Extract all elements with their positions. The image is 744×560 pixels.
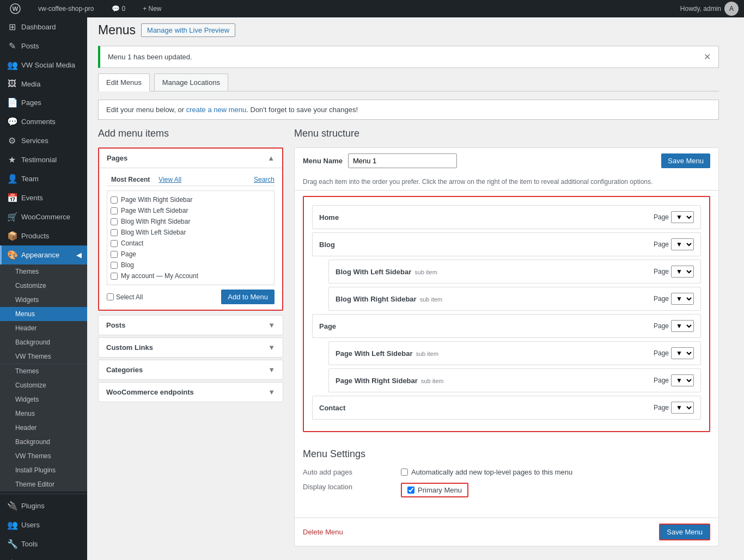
- menu-item-blog-left-type-select[interactable]: ▼: [671, 266, 694, 278]
- create-new-menu-link[interactable]: create a new menu: [186, 106, 247, 114]
- auto-add-checkbox[interactable]: [401, 469, 408, 476]
- pages-item-2[interactable]: Page With Left Sidebar: [111, 205, 271, 216]
- menu-item-blog-type-select[interactable]: ▼: [671, 238, 694, 250]
- pages-checkbox-4[interactable]: [111, 229, 118, 236]
- sidebar-item-events[interactable]: 📅 Events: [0, 188, 87, 207]
- menu-item-contact: Contact Page ▼: [312, 396, 701, 420]
- submenu-widgets2[interactable]: Widgets: [0, 392, 87, 407]
- sidebar-item-vw-social[interactable]: 👥 VW Social Media: [0, 56, 87, 75]
- menu-item-page-type-select[interactable]: ▼: [671, 320, 694, 332]
- pages-chevron-icon: ▲: [267, 154, 275, 162]
- categories-accordion-toggle[interactable]: Categories ▼: [99, 360, 283, 379]
- sidebar-item-services[interactable]: ⚙ Services: [0, 131, 87, 150]
- sidebar-item-settings[interactable]: ⚙ Settings: [0, 553, 87, 560]
- menu-item-page-right-type-select[interactable]: ▼: [671, 374, 694, 386]
- menu-name-row: Menu Name: [303, 153, 457, 168]
- auto-add-checkbox-label[interactable]: Automatically add new top-level pages to…: [401, 468, 710, 476]
- pages-tab-most-recent[interactable]: Most Recent: [107, 174, 154, 186]
- add-to-menu-button[interactable]: Add to Menu: [221, 290, 275, 304]
- submenu-themes2[interactable]: Themes: [0, 364, 87, 378]
- menu-item-blog-right-type-select[interactable]: ▼: [671, 293, 694, 305]
- sidebar-item-plugins[interactable]: 🔌 Plugins: [0, 496, 87, 515]
- sidebar-item-dashboard[interactable]: ⊞ Dashboard: [0, 17, 87, 36]
- pages-checkbox-1[interactable]: [111, 196, 118, 204]
- pages-checkbox-5[interactable]: [111, 240, 118, 247]
- sidebar-item-testimonial[interactable]: ★ Testimonial: [0, 150, 87, 169]
- wp-logo[interactable]: W: [5, 3, 25, 14]
- save-menu-button-bottom[interactable]: Save Menu: [659, 524, 710, 540]
- primary-menu-checkbox[interactable]: [407, 487, 414, 494]
- sidebar-item-comments[interactable]: 💬 Comments: [0, 112, 87, 131]
- pages-checkbox-2[interactable]: [111, 207, 118, 214]
- add-menu-items-title: Add menu items: [98, 128, 283, 139]
- products-icon: 📦: [7, 231, 17, 241]
- pages-item-4[interactable]: Blog With Left Sidebar: [111, 227, 271, 238]
- submenu-install-plugins[interactable]: Install Plugins: [0, 463, 87, 477]
- woocommerce-endpoints-toggle[interactable]: WooCommerce endpoints ▼: [99, 383, 283, 402]
- dismiss-notice-button[interactable]: ✕: [704, 52, 711, 62]
- select-all-label[interactable]: Select All: [107, 293, 143, 301]
- posts-chevron-icon: ▼: [268, 321, 275, 329]
- sidebar-item-users[interactable]: 👥 Users: [0, 515, 87, 534]
- submenu-background2[interactable]: Background: [0, 435, 87, 449]
- menu-items-list: Home Page ▼ Blog Page: [303, 196, 710, 432]
- pages-accordion-toggle[interactable]: Pages ▲: [99, 149, 282, 168]
- tab-edit-menus[interactable]: Edit Menus: [98, 73, 150, 91]
- pages-tab-view-all[interactable]: View All: [154, 174, 186, 186]
- custom-links-accordion-toggle[interactable]: Custom Links ▼: [99, 338, 283, 357]
- pages-checkbox-3[interactable]: [111, 218, 118, 225]
- avatar: A: [724, 2, 739, 16]
- woocommerce-icon: 🛒: [7, 212, 17, 222]
- menu-item-contact-type-select[interactable]: ▼: [671, 402, 694, 414]
- appearance-arrow-icon: ◀: [76, 251, 82, 259]
- select-all-checkbox[interactable]: [107, 293, 114, 300]
- sidebar-item-media[interactable]: 🖼 Media: [0, 75, 87, 93]
- submenu-themes[interactable]: Themes: [0, 264, 87, 279]
- sidebar-item-posts[interactable]: ✎ Posts: [0, 36, 87, 56]
- pages-checkbox-7[interactable]: [111, 262, 118, 269]
- submenu-customize[interactable]: Customize: [0, 279, 87, 293]
- submenu-menus2[interactable]: Menus: [0, 407, 87, 421]
- menu-item-page-left-sidebar: Page With Left Sidebarsub item Page ▼: [328, 341, 701, 365]
- submenu-header[interactable]: Header: [0, 321, 87, 335]
- pages-item-8[interactable]: My account — My Account: [111, 270, 271, 281]
- submenu-vw-themes2[interactable]: VW Themes: [0, 449, 87, 463]
- pages-checkbox-8[interactable]: [111, 273, 118, 280]
- submenu-widgets[interactable]: Widgets: [0, 293, 87, 307]
- pages-item-1[interactable]: Page With Right Sidebar: [111, 194, 271, 205]
- users-icon: 👥: [7, 520, 17, 530]
- submenu-customize2[interactable]: Customize: [0, 378, 87, 392]
- sidebar-item-team[interactable]: 👤 Team: [0, 169, 87, 188]
- sidebar-item-woocommerce[interactable]: 🛒 WooCommerce: [0, 207, 87, 226]
- sidebar-item-appearance[interactable]: 🎨 Appearance ◀: [0, 245, 87, 264]
- sidebar-item-pages[interactable]: 📄 Pages: [0, 93, 87, 112]
- posts-accordion-toggle[interactable]: Posts ▼: [99, 316, 283, 335]
- display-location-row: Display location Primary Menu: [303, 483, 710, 497]
- tab-manage-locations[interactable]: Manage Locations: [154, 73, 228, 91]
- sidebar-item-products[interactable]: 📦 Products: [0, 226, 87, 245]
- sidebar-item-tools[interactable]: 🔧 Tools: [0, 534, 87, 553]
- submenu-header2[interactable]: Header: [0, 421, 87, 435]
- menu-name-input[interactable]: [348, 153, 457, 168]
- submenu-menus[interactable]: Menus: [0, 307, 87, 321]
- delete-menu-link[interactable]: Delete Menu: [303, 528, 343, 536]
- manage-live-preview-button[interactable]: Manage with Live Preview: [141, 23, 235, 37]
- pages-tab-search[interactable]: Search: [254, 174, 275, 186]
- new-content-adminbar[interactable]: + New: [138, 5, 166, 13]
- pages-section-content: Most Recent View All Search Page With Ri…: [99, 168, 282, 310]
- pages-item-5[interactable]: Contact: [111, 238, 271, 249]
- submenu-theme-editor[interactable]: Theme Editor: [0, 477, 87, 491]
- submenu-vw-themes[interactable]: VW Themes: [0, 349, 87, 364]
- site-name-adminbar[interactable]: vw-coffee-shop-pro: [34, 5, 99, 13]
- pages-checkbox-6[interactable]: [111, 251, 118, 258]
- pages-item-6[interactable]: Page: [111, 249, 271, 260]
- menu-item-home-type-select[interactable]: ▼: [671, 211, 694, 223]
- comments-adminbar[interactable]: 💬 0: [107, 5, 130, 13]
- submenu-background[interactable]: Background: [0, 335, 87, 349]
- pages-item-7[interactable]: Blog: [111, 260, 271, 270]
- menu-structure-panel: Menu structure Menu Name Save Menu Drag …: [294, 128, 719, 552]
- pages-item-3[interactable]: Blog With Right Sidebar: [111, 216, 271, 227]
- save-menu-button-top[interactable]: Save Menu: [661, 153, 710, 168]
- menu-item-page-left-type-select[interactable]: ▼: [671, 347, 694, 359]
- menu-name-label: Menu Name: [303, 157, 343, 165]
